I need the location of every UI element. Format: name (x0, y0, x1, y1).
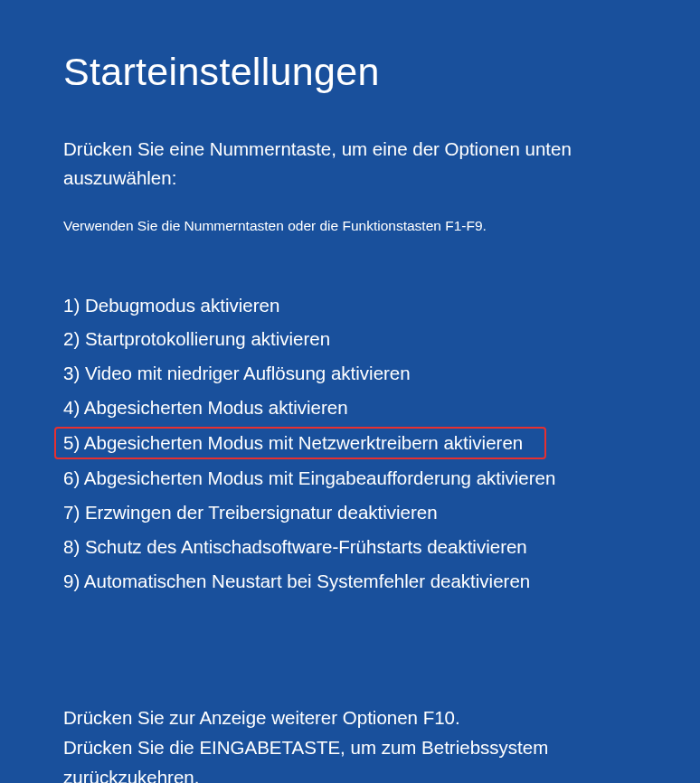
option-6[interactable]: 6) Abgesicherten Modus mit Eingabeauffor… (63, 461, 637, 495)
instruction-text: Drücken Sie eine Nummerntaste, um eine d… (63, 135, 637, 193)
page-title: Starteinstellungen (63, 50, 637, 94)
highlighted-option: 5) Abgesicherten Modus mit Netzwerktreib… (54, 427, 546, 459)
options-list: 1) Debugmodus aktivieren 2) Startprotoko… (63, 288, 637, 599)
hint-text: Verwenden Sie die Nummerntasten oder die… (63, 218, 637, 234)
option-8[interactable]: 8) Schutz des Antischadsoftware-Frühstar… (63, 530, 637, 564)
option-2[interactable]: 2) Startprotokollierung aktivieren (63, 322, 637, 356)
option-4[interactable]: 4) Abgesicherten Modus aktivieren (63, 391, 637, 425)
option-5[interactable]: 5) Abgesicherten Modus mit Netzwerktreib… (63, 425, 637, 461)
footer-text: Drücken Sie zur Anzeige weiterer Optione… (63, 703, 637, 783)
option-7[interactable]: 7) Erzwingen der Treibersignatur deaktiv… (63, 495, 637, 530)
option-9[interactable]: 9) Automatischen Neustart bei Systemfehl… (63, 564, 637, 599)
footer-line-2: Drücken Sie die EINGABETASTE, um zum Bet… (63, 732, 637, 783)
option-3[interactable]: 3) Video mit niedriger Auflösung aktivie… (63, 356, 637, 391)
option-1[interactable]: 1) Debugmodus aktivieren (63, 288, 637, 323)
footer-line-1: Drücken Sie zur Anzeige weiterer Optione… (63, 703, 637, 732)
